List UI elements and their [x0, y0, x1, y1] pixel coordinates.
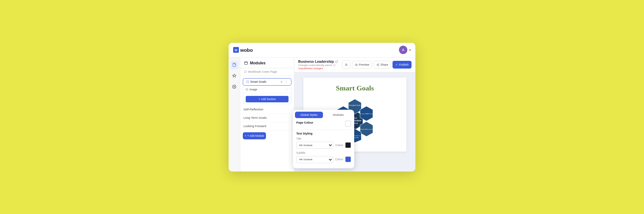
- tab-global-styles[interactable]: Global Styles: [295, 112, 323, 118]
- panel-body: Page Colour Text Styling Title HK Grotes…: [293, 118, 354, 168]
- smart-goals-expanded: Image ⋮ + Add Section: [243, 86, 291, 104]
- module-panel-header: Modules: [240, 58, 294, 68]
- svg-point-6: [246, 89, 247, 89]
- preview-button[interactable]: Preview: [352, 61, 372, 69]
- page-colour-row: Page Colour: [296, 121, 351, 126]
- sidebar-icon-document[interactable]: [230, 61, 239, 69]
- add-module-button[interactable]: + + Add Module: [243, 132, 266, 139]
- app-name: wobo: [240, 47, 253, 53]
- svg-line-13: [378, 65, 379, 65]
- svg-rect-1: [245, 61, 248, 64]
- module-item-smart-goals[interactable]: Smart Goals ∧ ⋮: [243, 78, 291, 86]
- publish-button[interactable]: ✓ Publish: [393, 61, 412, 69]
- sidebar-icons: [229, 58, 240, 172]
- logo: w wobo: [233, 47, 253, 53]
- divider: [296, 130, 351, 130]
- svg-rect-3: [244, 71, 246, 73]
- top-bar-right: A ▾: [399, 46, 411, 54]
- breadcrumb: Workbook Cover Page: [240, 68, 294, 76]
- module-panel-title: Modules: [244, 61, 290, 65]
- svg-line-7: [336, 60, 337, 62]
- svg-text:Set Clear SMART Goals: Set Clear SMART Goals: [359, 113, 373, 115]
- title-label: Title: [296, 137, 351, 140]
- module-list: Smart Goals ∧ ⋮ Image: [240, 76, 294, 172]
- unpublished-status: Unpublished changes: [298, 67, 338, 70]
- logo-icon: w: [233, 47, 239, 53]
- svg-line-14: [378, 64, 379, 64]
- svg-text:Recognize Goals: Recognize Goals: [349, 105, 361, 106]
- text-styling-label: Text Styling: [296, 132, 351, 135]
- dropdown-chevron-button[interactable]: ▾: [409, 48, 411, 52]
- header-actions: Preview Share ✓ Publish: [342, 60, 412, 69]
- module-panel: Modules Workbook Cover Page Smart Goals: [240, 58, 294, 172]
- profile-button[interactable]: [342, 60, 350, 69]
- svg-point-8: [346, 63, 347, 65]
- add-section-button[interactable]: + Add Section: [246, 96, 289, 102]
- svg-rect-4: [247, 81, 249, 83]
- module-item-looking-forward[interactable]: Looking Forward: [240, 122, 294, 130]
- list-item: Smart Goals ∧ ⋮ Image: [240, 78, 294, 105]
- tab-modules[interactable]: Modules: [324, 112, 352, 118]
- title-font-row: Title HK Grotesk Inter Roboto Colour: [296, 137, 351, 149]
- title-font-select[interactable]: HK Grotesk Inter Roboto: [296, 142, 333, 149]
- page-colour-swatch[interactable]: [345, 121, 351, 126]
- subtitle-label: Subtitle: [296, 151, 351, 154]
- subtitle-colour-swatch[interactable]: [345, 156, 351, 162]
- floating-panel: Global Styles Modules Page Colour Text S…: [293, 110, 354, 168]
- sidebar-icon-magic[interactable]: [230, 72, 239, 80]
- avatar-initial: A: [402, 48, 404, 52]
- module-item-self-reflection[interactable]: Self-Reflection: [240, 105, 294, 114]
- top-bar: w wobo A ▾: [229, 43, 415, 58]
- svg-point-9: [356, 64, 357, 65]
- share-button[interactable]: Share: [374, 61, 391, 69]
- image-section-menu[interactable]: ⋮: [285, 88, 289, 91]
- panel-tabs: Global Styles Modules: [293, 110, 354, 118]
- title-colour-label: Colour: [335, 144, 343, 147]
- sidebar-icon-settings[interactable]: [230, 83, 239, 91]
- auto-save-status: Changes automatically saved: [298, 64, 332, 67]
- module-item-long-term-goals[interactable]: Long Term Goals: [240, 114, 294, 122]
- subtitle-font-row: Subtitle HK Grotesk Inter Roboto Colour: [296, 151, 351, 163]
- svg-point-12: [378, 65, 379, 66]
- title-colour-swatch[interactable]: [345, 142, 351, 148]
- svg-point-0: [234, 86, 235, 87]
- avatar-button[interactable]: A: [399, 46, 407, 54]
- image-section-row: Image ⋮: [243, 86, 291, 93]
- external-link-icon: [335, 60, 338, 63]
- page-colour-label: Page Colour: [296, 121, 313, 124]
- subtitle-colour-label: Colour: [335, 158, 343, 161]
- content-header: Business Leadership Changes automaticall…: [294, 58, 415, 72]
- subtitle-font-select[interactable]: HK Grotesk Inter Roboto: [296, 156, 333, 163]
- preview-page-title: Smart Goals: [310, 84, 400, 92]
- svg-point-11: [377, 64, 378, 65]
- svg-text:Maintain Achievements: Maintain Achievements: [360, 128, 373, 130]
- svg-point-10: [378, 63, 379, 64]
- content-title-text: Business Leadership: [298, 60, 334, 63]
- app-window: w wobo A ▾: [229, 43, 415, 172]
